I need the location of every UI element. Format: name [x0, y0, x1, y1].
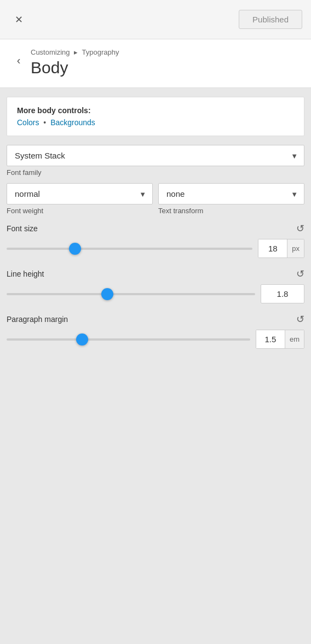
line-height-slider[interactable]	[7, 293, 255, 295]
line-height-label: Line height	[7, 270, 44, 278]
font-size-reset-button[interactable]: ↺	[296, 224, 304, 233]
breadcrumb-arrow: ▸	[74, 48, 78, 56]
info-card: More body controls: Colors • Backgrounds	[7, 97, 304, 136]
weight-transform-row: normal ▼ none ▼	[7, 183, 304, 204]
line-height-reset-button[interactable]: ↺	[296, 269, 304, 279]
paragraph-margin-value-box: em	[256, 330, 304, 349]
font-size-slider-row: px	[7, 239, 304, 258]
paragraph-margin-slider-row: em	[7, 330, 304, 349]
font-weight-label: Font weight	[7, 207, 153, 215]
paragraph-margin-label: Paragraph margin	[7, 315, 68, 324]
font-size-slider[interactable]	[7, 248, 252, 250]
font-weight-dropdown-wrapper: normal ▼	[7, 183, 153, 204]
text-transform-dropdown-wrapper: none ▼	[158, 183, 304, 204]
page-title: Body	[31, 58, 119, 77]
published-button[interactable]: Published	[239, 10, 302, 29]
font-family-label: Font family	[7, 168, 304, 177]
back-icon: ‹	[17, 54, 21, 67]
panel-header: ‹ Customizing ▸ Typography Body	[0, 39, 311, 88]
text-transform-select[interactable]: none	[158, 183, 304, 204]
font-family-section: System Stack ▼ Font family	[7, 145, 304, 177]
paragraph-margin-reset-button[interactable]: ↺	[296, 314, 304, 324]
line-height-section: Line height ↺	[7, 269, 304, 303]
breadcrumb: Customizing ▸ Typography	[31, 48, 119, 56]
colors-link[interactable]: Colors	[17, 118, 39, 127]
header-text: Customizing ▸ Typography Body	[31, 48, 119, 77]
font-family-dropdown-wrapper: System Stack ▼	[7, 145, 304, 166]
font-size-input[interactable]	[258, 239, 287, 257]
content-area: More body controls: Colors • Backgrounds…	[0, 88, 311, 368]
font-weight-select[interactable]: normal	[7, 183, 153, 204]
paragraph-margin-slider[interactable]	[7, 338, 250, 341]
font-size-label: Font size	[7, 224, 38, 233]
font-family-select[interactable]: System Stack	[7, 145, 304, 166]
paragraph-margin-unit: em	[285, 330, 304, 348]
paragraph-margin-header: Paragraph margin ↺	[7, 314, 304, 324]
font-size-value-box: px	[258, 239, 304, 258]
text-transform-label: Text transform	[158, 207, 304, 215]
font-size-header: Font size ↺	[7, 224, 304, 233]
close-button[interactable]: ✕	[9, 10, 28, 30]
paragraph-margin-input[interactable]	[256, 330, 285, 348]
line-height-input[interactable]	[261, 284, 304, 303]
breadcrumb-base: Customizing	[31, 48, 70, 56]
close-icon: ✕	[15, 14, 23, 26]
info-card-links: Colors • Backgrounds	[17, 118, 294, 127]
font-size-section: Font size ↺ px	[7, 224, 304, 258]
back-button[interactable]: ‹	[9, 50, 28, 70]
top-bar: ✕ Published	[0, 0, 311, 39]
backgrounds-link[interactable]: Backgrounds	[50, 118, 95, 127]
info-card-label: More body controls:	[17, 106, 294, 115]
line-height-header: Line height ↺	[7, 269, 304, 279]
paragraph-margin-section: Paragraph margin ↺ em	[7, 314, 304, 349]
dot-separator: •	[43, 118, 46, 127]
weight-transform-labels: Font weight Text transform	[7, 207, 304, 215]
line-height-slider-row	[7, 284, 304, 303]
font-size-unit: px	[287, 239, 304, 257]
breadcrumb-current: Typography	[82, 48, 119, 56]
